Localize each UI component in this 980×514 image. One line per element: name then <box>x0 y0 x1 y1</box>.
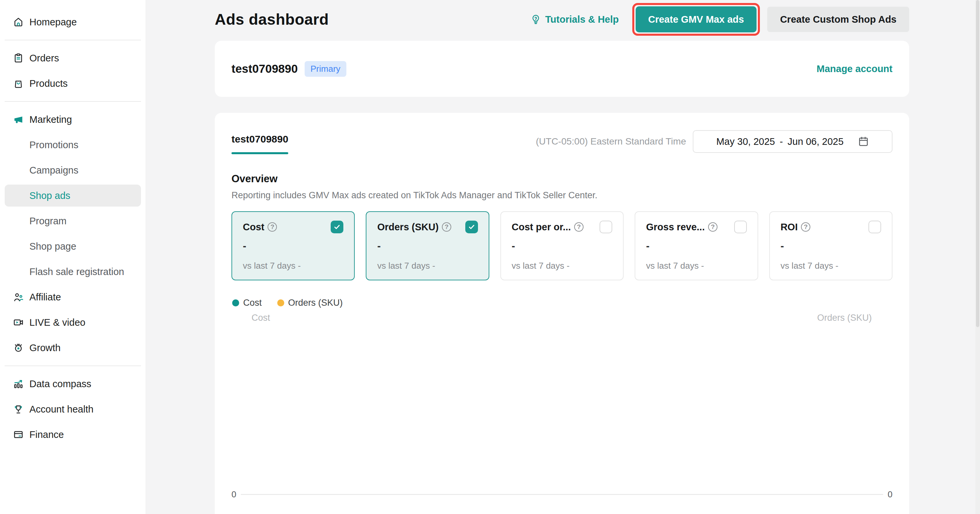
legend-label: Cost <box>243 298 262 308</box>
data-compass-icon <box>13 378 24 390</box>
metric-card-cost[interactable]: Cost ? - vs last 7 days - <box>231 211 355 280</box>
sidebar-item-shop-ads[interactable]: Shop ads <box>0 183 146 208</box>
main-content: Ads dashboard Tutorials & Help Create GM… <box>146 0 980 514</box>
marketing-icon <box>13 114 24 125</box>
help-circle-icon[interactable]: ? <box>708 222 718 232</box>
metric-value: - <box>512 240 612 252</box>
metric-checkbox-unchecked[interactable] <box>869 221 881 233</box>
overview-title: Overview <box>231 173 892 185</box>
sidebar-item-label: Promotions <box>29 140 78 151</box>
help-circle-icon[interactable]: ? <box>574 222 584 232</box>
sidebar-item-label: Campaigns <box>29 165 78 176</box>
legend-item-orders-sku[interactable]: Orders (SKU) <box>277 298 343 308</box>
overview-description: Reporting includes GMV Max ads created o… <box>231 190 892 201</box>
metric-card-orders-sku[interactable]: Orders (SKU) ? - vs last 7 days - <box>366 211 489 280</box>
sidebar-item-label: Shop page <box>29 241 76 252</box>
page-title: Ads dashboard <box>215 10 530 29</box>
metric-compare: vs last 7 days - <box>781 261 881 271</box>
sidebar-divider <box>5 101 141 102</box>
report-tab-row: test0709890 (UTC-05:00) Eastern Standard… <box>231 129 892 154</box>
sidebar-item-flash-sale-registration[interactable]: Flash sale registration <box>0 259 146 284</box>
metric-compare: vs last 7 days - <box>243 261 344 271</box>
affiliate-icon <box>13 291 24 303</box>
metric-card-roi[interactable]: ROI ? - vs last 7 days - <box>769 211 892 280</box>
sidebar-item-program[interactable]: Program <box>0 208 146 234</box>
live-video-icon <box>13 317 24 328</box>
sidebar-divider <box>5 40 141 40</box>
annotation-highlight: Create GMV Max ads <box>632 3 760 36</box>
chart-axis-labels: Cost Orders (SKU) <box>231 313 892 323</box>
sidebar-item-marketing[interactable]: Marketing <box>0 107 146 132</box>
sidebar-divider <box>5 365 141 366</box>
sidebar-item-promotions[interactable]: Promotions <box>0 132 146 157</box>
create-custom-shop-ads-button[interactable]: Create Custom Shop Ads <box>767 7 909 32</box>
scrollbar-thumb[interactable] <box>976 0 979 327</box>
sidebar-item-growth[interactable]: Growth <box>0 335 146 360</box>
account-health-icon <box>13 403 24 415</box>
tutorials-help-label: Tutorials & Help <box>545 14 619 25</box>
chart-legend: Cost Orders (SKU) <box>231 298 892 308</box>
legend-item-cost[interactable]: Cost <box>232 298 262 308</box>
metric-label: ROI <box>781 222 798 233</box>
active-tab-underline <box>231 152 288 154</box>
tab-account[interactable]: test0709890 <box>231 133 288 154</box>
sidebar: Homepage Orders Products Marketin <box>0 0 146 514</box>
active-pill[interactable]: Shop ads <box>5 184 141 206</box>
help-circle-icon[interactable]: ? <box>442 222 451 232</box>
date-start: May 30, 2025 <box>716 136 775 147</box>
metric-card-gross-revenue[interactable]: Gross reve... ? - vs last 7 days - <box>635 211 758 280</box>
tab-label: test0709890 <box>231 133 288 145</box>
sidebar-item-label: Homepage <box>29 17 77 28</box>
y-tick-left: 0 <box>231 489 236 500</box>
finance-icon <box>13 429 24 440</box>
manage-account-link[interactable]: Manage account <box>817 63 892 75</box>
sidebar-item-homepage[interactable]: Homepage <box>0 10 146 35</box>
scrollbar-track <box>975 0 980 514</box>
sidebar-item-label: Account health <box>29 404 94 415</box>
sidebar-item-campaigns[interactable]: Campaigns <box>0 157 146 183</box>
metric-checkbox-unchecked[interactable] <box>734 221 747 233</box>
sidebar-item-label: Orders <box>29 53 59 64</box>
sidebar-item-label: Flash sale registration <box>29 267 124 278</box>
sidebar-item-data-compass[interactable]: Data compass <box>0 371 146 397</box>
metric-compare: vs last 7 days - <box>512 261 612 271</box>
y-axis-right-label: Orders (SKU) <box>817 313 872 323</box>
date-separator: - <box>780 136 783 147</box>
lightbulb-question-icon <box>530 14 541 25</box>
metric-value: - <box>377 240 478 252</box>
legend-dot-cost <box>232 299 239 306</box>
sidebar-item-finance[interactable]: Finance <box>0 422 146 447</box>
sidebar-item-orders[interactable]: Orders <box>0 45 146 71</box>
metric-card-cost-per-order[interactable]: Cost per or... ? - vs last 7 days - <box>500 211 624 280</box>
help-circle-icon[interactable]: ? <box>267 222 277 232</box>
metric-compare: vs last 7 days - <box>646 261 746 271</box>
date-range-picker[interactable]: May 30, 2025 - Jun 06, 2025 <box>693 130 892 153</box>
y-tick-right: 0 <box>888 489 892 500</box>
metric-checkbox-checked[interactable] <box>331 221 344 233</box>
metric-checkbox-checked[interactable] <box>465 221 478 233</box>
growth-icon <box>13 342 24 354</box>
metric-compare: vs last 7 days - <box>377 261 478 271</box>
sidebar-item-account-health[interactable]: Account health <box>0 397 146 422</box>
metric-value: - <box>781 240 881 252</box>
metric-label: Orders (SKU) <box>377 222 439 233</box>
sidebar-item-live-video[interactable]: LIVE & video <box>0 310 146 335</box>
help-circle-icon[interactable]: ? <box>801 222 810 232</box>
create-gmv-max-ads-button[interactable]: Create GMV Max ads <box>636 6 757 32</box>
chart-baseline: 0 0 <box>231 489 892 500</box>
sidebar-item-label: LIVE & video <box>29 317 86 328</box>
sidebar-item-shop-page[interactable]: Shop page <box>0 234 146 259</box>
sidebar-item-affiliate[interactable]: Affiliate <box>0 284 146 310</box>
tutorials-help-link[interactable]: Tutorials & Help <box>530 14 619 25</box>
account-card: test0709890 Primary Manage account <box>215 41 909 97</box>
sidebar-item-products[interactable]: Products <box>0 71 146 96</box>
header-actions: Tutorials & Help Create GMV Max ads Crea… <box>530 3 909 36</box>
calendar-icon <box>858 136 869 147</box>
metric-checkbox-unchecked[interactable] <box>600 221 612 233</box>
page-header: Ads dashboard Tutorials & Help Create GM… <box>215 3 909 35</box>
x-axis-line <box>241 494 883 495</box>
sidebar-item-label: Growth <box>29 343 60 354</box>
orders-icon <box>13 52 24 64</box>
metric-value: - <box>646 240 746 252</box>
sidebar-item-label: Products <box>29 78 67 89</box>
